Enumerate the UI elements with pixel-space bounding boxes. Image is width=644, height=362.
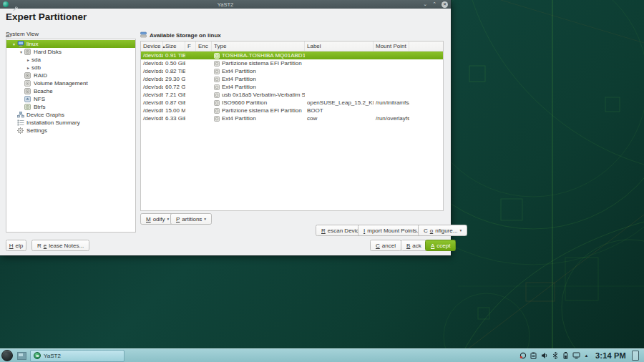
configure-button[interactable]: Configure... ▾ <box>418 225 467 236</box>
show-desktop-button[interactable] <box>632 351 639 361</box>
label-cell: openSUSE_Leap_15.2_KDE_Live <box>305 99 374 106</box>
bcache-icon <box>24 88 31 94</box>
sidebar-item-nfs[interactable]: NFS <box>6 95 135 103</box>
column-header-label[interactable]: Label <box>305 41 374 51</box>
table-row-dev-sda[interactable]: /dev/sda0.91 TiBTOSHIBA-TOSHIBA MQ01ABD1 <box>141 52 443 59</box>
help-button[interactable]: Help <box>6 240 26 251</box>
sidebar-item-label: Hard Disks <box>34 49 62 55</box>
sidebar-item-label: Settings <box>26 127 47 134</box>
collapse-icon[interactable]: ▾ <box>11 41 17 47</box>
expand-icon[interactable]: ▸ <box>25 57 31 62</box>
type-cell: TOSHIBA-TOSHIBA MQ01ABD1 <box>212 52 305 59</box>
cancel-button[interactable]: Cancel <box>370 240 401 251</box>
expand-tray-icon[interactable]: ▲ <box>583 353 590 358</box>
import-mount-points-button[interactable]: Import Mount Points... <box>358 225 427 236</box>
clipboard-icon[interactable] <box>530 352 537 360</box>
partition-type-icon <box>214 116 220 122</box>
gear-icon <box>17 127 24 134</box>
sidebar-item-hard-disks[interactable]: ▾Hard Disks <box>6 48 135 56</box>
device-cell: /dev/sda2 <box>141 68 163 74</box>
digital-clock[interactable]: 3:14 PM <box>595 351 626 360</box>
collapse-icon[interactable]: ▾ <box>18 49 24 54</box>
table-row-dev-sda2[interactable]: /dev/sda20.82 TiBExt4 Partition <box>141 67 443 75</box>
audio-volume-icon[interactable] <box>540 352 548 360</box>
taskbar: YaST2 ▲3:14 PM <box>0 348 644 362</box>
sidebar-item-device-graphs[interactable]: Device Graphs <box>6 111 135 119</box>
display-icon[interactable] <box>572 352 580 360</box>
sidebar-item-label: Device Graphs <box>26 112 64 118</box>
type-cell: ISO9660 Partition <box>212 99 305 106</box>
type-cell: Ext4 Partition <box>212 68 305 74</box>
updates-icon[interactable] <box>519 352 527 360</box>
column-header-enc[interactable]: Enc <box>196 41 212 51</box>
partitions-button[interactable]: Partitions ▾ <box>170 213 212 225</box>
minimize-icon[interactable]: ⌄ <box>423 1 427 7</box>
type-label: Partizione sistema EFI Partition <box>222 60 302 67</box>
size-cell: 0.87 GiB <box>163 99 185 106</box>
release-notes-button[interactable]: Release Notes... <box>31 240 89 251</box>
type-cell: Partizione sistema EFI Partition <box>212 60 305 67</box>
maximize-icon[interactable]: ⌃ <box>432 1 436 7</box>
sidebar-item-volume-management[interactable]: Volume Management <box>6 79 135 87</box>
bluetooth-icon[interactable] <box>551 352 559 360</box>
type-label: Ext4 Partition <box>222 68 256 74</box>
sidebar-item-installation-summary[interactable]: Installation Summary <box>6 119 135 127</box>
column-header-type[interactable]: Type <box>212 41 305 51</box>
table-row-dev-sdb1[interactable]: /dev/sdb10.87 GiBISO9660 PartitionopenSU… <box>141 99 443 107</box>
close-icon[interactable]: ✕ <box>441 1 448 8</box>
system-view-label: System View <box>6 31 39 37</box>
sidebar-item-settings[interactable]: Settings <box>6 127 135 134</box>
size-cell: 15.00 MiB <box>163 107 185 114</box>
table-row-dev-sdb[interactable]: /dev/sdb7.21 GiBusb 0x18a5 Verbatim-Verb… <box>141 91 443 99</box>
column-header-label: Label <box>307 43 321 49</box>
sidebar-item-btrfs[interactable]: Btrfs <box>6 103 135 111</box>
sidebar-item-label: Installation Summary <box>26 119 80 126</box>
device-cell: /dev/sdb2 <box>141 107 163 114</box>
device-cell: /dev/sda4 <box>141 84 163 90</box>
storage-panel-header: Available Storage on linux <box>140 31 221 39</box>
label-cell: cow <box>305 115 374 122</box>
battery-icon[interactable] <box>562 352 570 360</box>
device-cell: /dev/sda <box>141 52 163 59</box>
column-header-label: Mount Point <box>376 43 406 49</box>
virtual-desktop-pager[interactable] <box>17 352 26 360</box>
expand-icon[interactable]: ▸ <box>25 65 31 70</box>
table-row-dev-sda4[interactable]: /dev/sda460.72 GiBExt4 Partition <box>141 83 443 91</box>
taskbar-item-yast2[interactable]: YaST2 <box>30 350 125 362</box>
partition-type-icon <box>214 92 220 98</box>
table-row-dev-sda1[interactable]: /dev/sda10.50 GiBPartizione sistema EFI … <box>141 59 443 67</box>
raid-icon <box>24 72 31 79</box>
column-header-size[interactable]: Size <box>163 41 185 51</box>
sidebar-item-bcache[interactable]: Bcache <box>6 87 135 95</box>
nfs-icon <box>24 96 31 102</box>
column-header-device[interactable]: Device▲ <box>141 41 163 51</box>
sidebar-item-label: RAID <box>34 72 47 79</box>
sidebar-item-label: sdb <box>31 64 41 71</box>
sidebar-item-label: Volume Management <box>34 80 88 87</box>
type-label: Ext4 Partition <box>222 84 256 90</box>
column-header-mount-point[interactable]: Mount Point <box>374 41 409 51</box>
btrfs-icon <box>24 104 31 110</box>
back-button[interactable]: Back <box>401 240 427 251</box>
table-row-dev-sdb2[interactable]: /dev/sdb215.00 MiBPartizione sistema EFI… <box>141 107 443 114</box>
sidebar-item-label: Bcache <box>34 88 53 94</box>
sidebar-item-linux[interactable]: ▾linux <box>6 40 135 48</box>
device-cell: /dev/sdb <box>141 92 163 98</box>
system-view-tree[interactable]: ▾linux▾Hard Disks▸sda▸sdbRAIDVolume Mana… <box>6 39 136 233</box>
application-launcher-icon[interactable] <box>1 350 13 361</box>
table-row-dev-sda3[interactable]: /dev/sda329.30 GiBExt4 Partition <box>141 75 443 83</box>
table-row-dev-sdb3[interactable]: /dev/sdb36.33 GiBExt4 Partitioncow/run/o… <box>141 114 443 122</box>
column-header-f[interactable]: F <box>185 41 196 51</box>
titlebar[interactable]: YaST2 ⌄ ⌃ ✕ <box>0 0 451 9</box>
sidebar-item-label: linux <box>26 41 38 47</box>
accept-button[interactable]: Accept <box>425 240 456 251</box>
partition-type-icon <box>214 69 220 74</box>
partition-type-icon <box>214 100 220 106</box>
sidebar-item-sda[interactable]: ▸sda <box>6 56 135 64</box>
sidebar-item-sdb[interactable]: ▸sdb <box>6 64 135 72</box>
sidebar-item-raid[interactable]: RAID <box>6 72 135 79</box>
size-cell: 6.33 GiB <box>163 115 185 122</box>
table-header-row: Device▲SizeFEncTypeLabelMount Point <box>141 41 443 52</box>
type-cell: Ext4 Partition <box>212 76 305 82</box>
column-header-label: Type <box>214 43 226 49</box>
